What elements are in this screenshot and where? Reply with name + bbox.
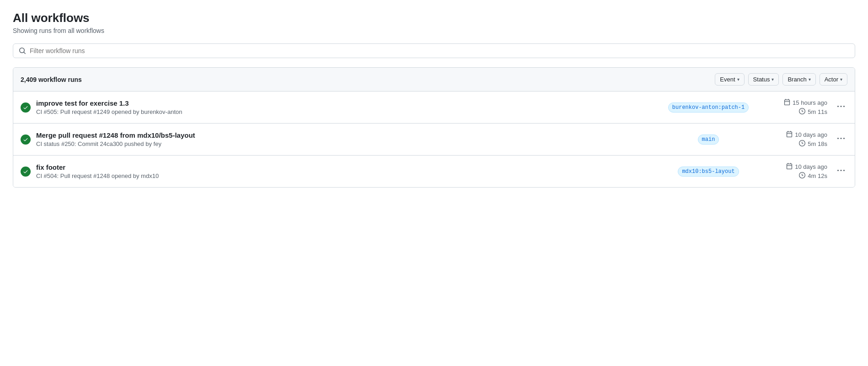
- workflow-subtitle: CI #505: Pull request #1249 opened by bu…: [36, 108, 658, 115]
- workflow-branch: mdx10:bs5-layout: [667, 167, 750, 177]
- run-duration-value: 5m 11s: [808, 108, 827, 115]
- list-item: improve test for exercise 1.3 CI #505: P…: [13, 92, 855, 124]
- calendar-icon: [784, 99, 790, 107]
- list-item: Merge pull request #1248 from mdx10/bs5-…: [13, 124, 855, 156]
- workflows-header: 2,409 workflow runs Event ▾ Status ▾ Bra…: [13, 68, 855, 92]
- clock-icon: [799, 172, 805, 180]
- workflow-meta: 15 hours ago 5m 11s: [768, 99, 827, 116]
- branch-badge[interactable]: burenkov-anton:patch-1: [668, 102, 749, 113]
- workflows-container: 2,409 workflow runs Event ▾ Status ▾ Bra…: [13, 67, 855, 188]
- status-filter-label: Status: [753, 76, 770, 83]
- more-options-button[interactable]: [835, 133, 847, 145]
- success-check-icon: [21, 102, 31, 113]
- workflow-title[interactable]: fix footer: [36, 163, 658, 171]
- run-duration-value: 4m 12s: [808, 172, 827, 179]
- run-time-ago: 10 days ago: [795, 131, 827, 138]
- branch-filter-button[interactable]: Branch ▾: [782, 73, 815, 86]
- calendar-icon: [786, 163, 793, 171]
- branch-chevron-icon: ▾: [809, 77, 811, 82]
- workflow-title[interactable]: Merge pull request #1248 from mdx10/bs5-…: [36, 131, 658, 139]
- workflow-subtitle: CI #504: Pull request #1248 opened by md…: [36, 172, 658, 179]
- success-check-icon: [21, 135, 31, 145]
- success-check-icon: [21, 167, 31, 177]
- status-icon: [21, 167, 31, 177]
- status-icon: [21, 135, 31, 145]
- header-filters: Event ▾ Status ▾ Branch ▾ Actor ▾: [715, 73, 847, 86]
- actor-chevron-icon: ▾: [840, 77, 842, 82]
- workflow-branch: burenkov-anton:patch-1: [667, 102, 750, 113]
- page-title: All workflows: [13, 11, 855, 25]
- list-item: fix footer CI #504: Pull request #1248 o…: [13, 156, 855, 187]
- workflow-info: Merge pull request #1248 from mdx10/bs5-…: [36, 131, 658, 147]
- calendar-icon: [786, 131, 793, 139]
- workflow-title[interactable]: improve test for exercise 1.3: [36, 99, 658, 107]
- actor-filter-label: Actor: [825, 76, 838, 83]
- workflows-count: 2,409 workflow runs: [21, 76, 82, 83]
- actor-filter-button[interactable]: Actor ▾: [820, 73, 847, 86]
- event-chevron-icon: ▾: [737, 77, 739, 82]
- branch-badge[interactable]: main: [698, 135, 719, 145]
- status-chevron-icon: ▾: [772, 77, 774, 82]
- runs-list: improve test for exercise 1.3 CI #505: P…: [13, 92, 855, 187]
- more-options-button[interactable]: [835, 101, 847, 113]
- search-input[interactable]: [30, 47, 849, 54]
- workflow-branch: main: [667, 135, 750, 145]
- run-duration: 5m 18s: [768, 140, 827, 148]
- workflow-info: fix footer CI #504: Pull request #1248 o…: [36, 163, 658, 179]
- run-time-ago: 15 hours ago: [793, 99, 827, 106]
- status-icon: [21, 102, 31, 113]
- workflow-meta: 10 days ago 5m 18s: [768, 131, 827, 148]
- run-time: 10 days ago: [768, 163, 827, 171]
- more-options-button[interactable]: [835, 165, 847, 178]
- search-icon: [19, 47, 26, 54]
- clock-icon: [799, 140, 805, 148]
- page-subtitle: Showing runs from all workflows: [13, 27, 855, 34]
- run-time: 10 days ago: [768, 131, 827, 139]
- run-duration-value: 5m 18s: [808, 140, 827, 147]
- workflow-meta: 10 days ago 4m 12s: [768, 163, 827, 180]
- branch-badge[interactable]: mdx10:bs5-layout: [678, 167, 739, 177]
- workflow-subtitle: CI status #250: Commit 24ca300 pushed by…: [36, 140, 658, 147]
- workflow-info: improve test for exercise 1.3 CI #505: P…: [36, 99, 658, 115]
- run-duration: 5m 11s: [768, 108, 827, 116]
- event-filter-button[interactable]: Event ▾: [715, 73, 744, 86]
- run-duration: 4m 12s: [768, 172, 827, 180]
- status-filter-button[interactable]: Status ▾: [748, 73, 779, 86]
- run-time-ago: 10 days ago: [795, 163, 827, 170]
- branch-filter-label: Branch: [788, 76, 806, 83]
- run-time: 15 hours ago: [768, 99, 827, 107]
- search-bar: [13, 43, 855, 58]
- clock-icon: [799, 108, 805, 116]
- event-filter-label: Event: [720, 76, 735, 83]
